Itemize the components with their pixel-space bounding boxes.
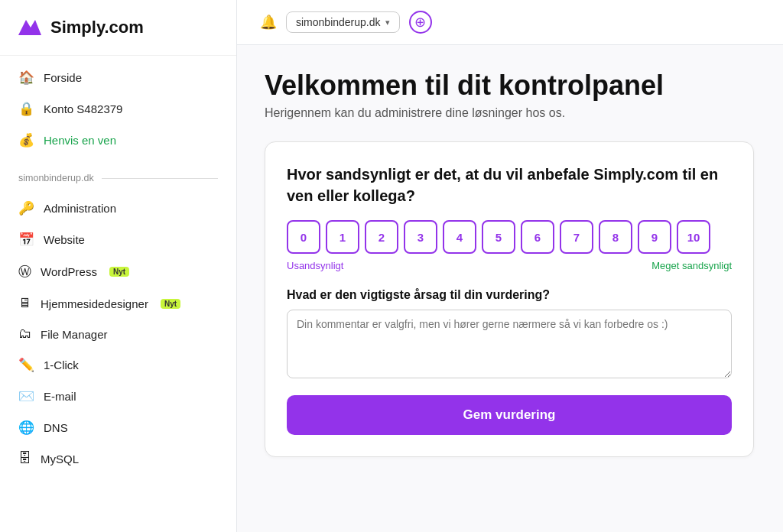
sidebar-item-label: WordPress: [41, 265, 97, 278]
rating-button-2[interactable]: 2: [365, 220, 398, 254]
domain-name: simonbinderup.dk: [296, 16, 381, 28]
sidebar-item-label: DNS: [44, 421, 68, 434]
rating-button-10[interactable]: 10: [677, 220, 710, 254]
sidebar: Simply.com 🏠 Forside 🔒 Konto S482379 💰 H…: [0, 0, 237, 532]
sidebar-item-mysql[interactable]: 🗄 MySQL: [0, 443, 236, 474]
bell-icon[interactable]: 🔔: [260, 14, 277, 31]
wordpress-badge: Nyt: [109, 267, 129, 277]
sidebar-item-administration[interactable]: 🔑 Administration: [0, 193, 236, 224]
calendar-icon: 📅: [18, 232, 34, 248]
logo-icon: [15, 14, 43, 41]
submit-button[interactable]: Gem vurdering: [287, 395, 732, 435]
plus-icon: ⊕: [414, 14, 426, 31]
sidebar-item-label: Website: [44, 233, 85, 246]
sidebar-item-wordpress[interactable]: Ⓦ WordPress Nyt: [0, 255, 236, 288]
sidebar-item-label: File Manager: [41, 328, 108, 341]
topbar: 🔔 simonbinderup.dk ▾ ⊕: [237, 0, 783, 45]
rating-button-9[interactable]: 9: [638, 220, 671, 254]
mail-icon: ✉️: [18, 388, 34, 404]
survey-card: Hvor sandsynligt er det, at du vil anbef…: [265, 141, 754, 457]
folder-icon: 🗂: [18, 326, 31, 342]
sidebar-item-dns[interactable]: 🌐 DNS: [0, 412, 236, 443]
sidebar-item-filemanager[interactable]: 🗂 File Manager: [0, 319, 236, 349]
chevron-down-icon: ▾: [385, 18, 390, 28]
comment-textarea[interactable]: [287, 310, 732, 378]
sidebar-item-label: 1-Click: [44, 358, 79, 371]
sidebar-item-email[interactable]: ✉️ E-mail: [0, 381, 236, 412]
database-icon: 🗄: [18, 451, 31, 466]
globe-icon: 🌐: [18, 420, 34, 436]
designer-badge: Nyt: [161, 299, 180, 309]
pencil-icon: ✏️: [18, 357, 34, 373]
svg-marker-0: [18, 20, 41, 35]
domain-selector[interactable]: simonbinderup.dk ▾: [286, 11, 400, 33]
page-content: Velkommen til dit kontrolpanel Herigenne…: [237, 45, 783, 532]
main-nav: 🏠 Forside 🔒 Konto S482379 💰 Henvis en ve…: [0, 56, 236, 162]
logo[interactable]: Simply.com: [0, 0, 236, 56]
sub-nav: 🔑 Administration 📅 Website Ⓦ WordPress N…: [0, 187, 236, 480]
label-high: Meget sandsynligt: [651, 260, 732, 271]
sidebar-item-forside[interactable]: 🏠 Forside: [0, 62, 236, 93]
key-icon: 🔑: [18, 200, 34, 216]
survey-question: Hvor sandsynligt er det, at du vil anbef…: [287, 164, 732, 206]
designer-icon: 🖥: [18, 296, 31, 311]
sidebar-item-label: Administration: [44, 202, 116, 215]
logo-text: Simply.com: [50, 18, 144, 37]
rating-button-8[interactable]: 8: [599, 220, 632, 254]
sidebar-item-label: E-mail: [44, 390, 76, 403]
rating-button-4[interactable]: 4: [443, 220, 476, 254]
add-domain-button[interactable]: ⊕: [409, 11, 432, 34]
lock-icon: 🔒: [18, 101, 34, 117]
sidebar-item-label: Henvis en ven: [44, 134, 116, 147]
rating-labels: Usandsynligt Meget sandsynligt: [287, 260, 732, 271]
section-label: simonbinderup.dk: [0, 162, 236, 187]
page-title: Velkommen til dit kontrolpanel: [265, 70, 755, 102]
sidebar-item-konto[interactable]: 🔒 Konto S482379: [0, 93, 236, 125]
wordpress-icon: Ⓦ: [18, 263, 31, 281]
label-low: Usandsynligt: [287, 260, 343, 271]
main-content: 🔔 simonbinderup.dk ▾ ⊕ Velkommen til dit…: [237, 0, 783, 532]
sidebar-item-label: MySQL: [41, 453, 79, 466]
sidebar-item-henvis[interactable]: 💰 Henvis en ven: [0, 125, 236, 156]
sidebar-item-website[interactable]: 📅 Website: [0, 224, 236, 255]
sidebar-item-label: Hjemmesidedesigner: [41, 297, 148, 310]
comment-question: Hvad er den vigtigste årsag til din vurd…: [287, 288, 732, 302]
money-icon: 💰: [18, 132, 34, 148]
rating-button-3[interactable]: 3: [404, 220, 437, 254]
rating-button-7[interactable]: 7: [560, 220, 593, 254]
sidebar-item-hjemmesidedesigner[interactable]: 🖥 Hjemmesidedesigner Nyt: [0, 288, 236, 319]
sidebar-item-label: Konto S482379: [44, 102, 122, 115]
sidebar-item-label: Forside: [44, 71, 82, 84]
rating-row: 012345678910: [287, 220, 732, 254]
home-icon: 🏠: [18, 70, 34, 86]
rating-button-0[interactable]: 0: [287, 220, 320, 254]
page-subtitle: Herigennem kan du administrere dine løsn…: [265, 106, 755, 120]
rating-button-6[interactable]: 6: [521, 220, 554, 254]
rating-button-5[interactable]: 5: [482, 220, 515, 254]
rating-button-1[interactable]: 1: [326, 220, 359, 254]
sidebar-item-oneclick[interactable]: ✏️ 1-Click: [0, 349, 236, 381]
